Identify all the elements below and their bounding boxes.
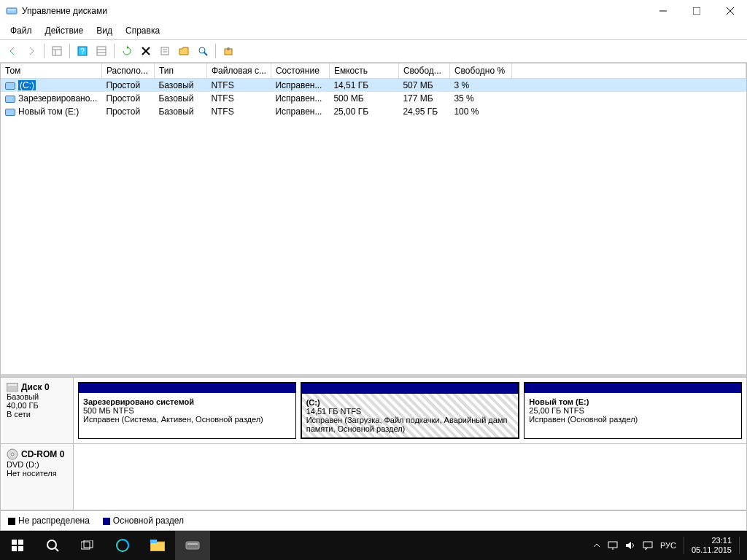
svg-rect-11 bbox=[97, 47, 106, 55]
svg-text:?: ? bbox=[80, 47, 85, 55]
menu-view[interactable]: Вид bbox=[90, 23, 118, 38]
tray-action-center-icon[interactable] bbox=[643, 541, 653, 550]
disk-label: CD-ROM 0DVD (D:)Нет носителя bbox=[1, 444, 74, 510]
col-free-pct[interactable]: Свободно % bbox=[449, 63, 511, 79]
open-button[interactable] bbox=[176, 43, 192, 59]
legend: Не распределена Основной раздел bbox=[1, 510, 746, 530]
partition-container: Зарезервировано системой500 МБ NTFSИспра… bbox=[74, 378, 746, 443]
table-row[interactable]: Новый том (E:)ПростойБазовыйNTFSИсправен… bbox=[1, 105, 746, 118]
tray-language[interactable]: РУС bbox=[660, 541, 676, 550]
col-volume[interactable]: Том bbox=[1, 63, 101, 79]
content-area: Том Располо... Тип Файловая с... Состоян… bbox=[0, 63, 747, 531]
col-free[interactable]: Свобод... bbox=[398, 63, 449, 79]
partition[interactable]: Зарезервировано системой500 МБ NTFSИспра… bbox=[78, 382, 296, 439]
window-title: Управление дисками bbox=[22, 6, 107, 16]
show-hide-tree-button[interactable] bbox=[49, 43, 65, 59]
col-status[interactable]: Состояние bbox=[271, 63, 329, 79]
svg-rect-1 bbox=[8, 9, 15, 10]
refresh-button[interactable] bbox=[119, 43, 135, 59]
window-controls bbox=[646, 0, 747, 22]
tray-chevron-icon[interactable] bbox=[593, 542, 600, 549]
svg-point-31 bbox=[47, 540, 56, 549]
maximize-button[interactable] bbox=[680, 0, 713, 22]
find-button[interactable] bbox=[195, 43, 211, 59]
taskbar-disk-mgmt[interactable] bbox=[175, 531, 210, 560]
partition[interactable]: Новый том (E:)25,00 ГБ NTFSИсправен (Осн… bbox=[524, 382, 742, 439]
svg-rect-23 bbox=[7, 383, 18, 392]
svg-rect-40 bbox=[608, 542, 617, 548]
svg-rect-3 bbox=[693, 7, 700, 15]
volume-table: Том Располо... Тип Файловая с... Состоян… bbox=[1, 63, 746, 118]
volume-icon bbox=[5, 82, 15, 90]
legend-unallocated: Не распределена bbox=[8, 516, 90, 526]
svg-point-19 bbox=[199, 47, 205, 53]
tray-volume-icon[interactable] bbox=[625, 541, 635, 550]
svg-rect-30 bbox=[18, 546, 23, 551]
disk-row: CD-ROM 0DVD (D:)Нет носителя bbox=[1, 444, 746, 510]
col-layout[interactable]: Располо... bbox=[101, 63, 154, 79]
svg-rect-28 bbox=[18, 540, 23, 545]
start-button[interactable] bbox=[0, 531, 35, 560]
toolbar: ? bbox=[0, 40, 747, 63]
legend-primary: Основной раздел bbox=[103, 516, 184, 526]
disk-map: Диск 0Базовый40,00 ГБВ сетиЗарезервирова… bbox=[1, 377, 746, 510]
app-icon bbox=[6, 5, 18, 17]
svg-rect-38 bbox=[186, 542, 199, 549]
volume-icon bbox=[5, 109, 15, 116]
menu-bar: Файл Действие Вид Справка bbox=[0, 22, 747, 40]
settings-button[interactable] bbox=[220, 43, 236, 59]
col-capacity[interactable]: Емкость bbox=[329, 63, 398, 79]
properties-button[interactable] bbox=[157, 43, 173, 59]
svg-rect-27 bbox=[12, 540, 17, 545]
minimize-button[interactable] bbox=[646, 0, 680, 22]
svg-rect-42 bbox=[643, 542, 652, 548]
svg-rect-39 bbox=[187, 543, 198, 545]
close-button[interactable] bbox=[713, 0, 747, 22]
svg-point-22 bbox=[227, 47, 230, 50]
col-type[interactable]: Тип bbox=[154, 63, 206, 79]
svg-rect-16 bbox=[161, 47, 169, 55]
disk-icon bbox=[7, 383, 18, 392]
view-list-button[interactable] bbox=[93, 43, 109, 59]
partition[interactable]: (C:)14,51 ГБ NTFSИсправен (Загрузка, Фай… bbox=[301, 382, 520, 439]
delete-button[interactable] bbox=[138, 43, 154, 59]
col-fs[interactable]: Файловая с... bbox=[206, 63, 271, 79]
table-row[interactable]: (C:)ПростойБазовыйNTFSИсправен...14,51 Г… bbox=[1, 79, 746, 93]
svg-rect-6 bbox=[53, 47, 61, 55]
svg-line-20 bbox=[204, 52, 207, 55]
search-button[interactable] bbox=[35, 531, 70, 560]
forward-button[interactable] bbox=[23, 43, 39, 59]
svg-rect-37 bbox=[150, 540, 157, 543]
back-button[interactable] bbox=[4, 43, 20, 59]
task-view-button[interactable] bbox=[70, 531, 105, 560]
svg-rect-24 bbox=[8, 384, 17, 386]
menu-action[interactable]: Действие bbox=[39, 23, 90, 38]
disk-row: Диск 0Базовый40,00 ГБВ сетиЗарезервирова… bbox=[1, 378, 746, 444]
svg-line-32 bbox=[55, 548, 58, 551]
disk-label: Диск 0Базовый40,00 ГБВ сети bbox=[1, 378, 74, 443]
col-spacer bbox=[511, 63, 746, 79]
menu-help[interactable]: Справка bbox=[120, 23, 166, 38]
tray-clock[interactable]: 23:11 05.11.2015 bbox=[692, 536, 732, 555]
taskbar-edge[interactable] bbox=[105, 531, 140, 560]
taskbar-explorer[interactable] bbox=[140, 531, 175, 560]
volume-icon bbox=[5, 96, 15, 103]
table-row[interactable]: Зарезервировано...ПростойБазовыйNTFSИспр… bbox=[1, 92, 746, 105]
svg-point-26 bbox=[11, 453, 14, 456]
title-bar: Управление дисками bbox=[0, 0, 747, 22]
volume-list[interactable]: Том Располо... Тип Файловая с... Состоян… bbox=[1, 63, 746, 377]
cdrom-icon bbox=[7, 448, 18, 460]
partition-container bbox=[74, 444, 746, 510]
taskbar: РУС 23:11 05.11.2015 bbox=[0, 531, 747, 560]
svg-rect-29 bbox=[12, 546, 17, 551]
svg-rect-0 bbox=[7, 8, 17, 14]
tray-network-icon[interactable] bbox=[608, 541, 618, 550]
menu-file[interactable]: Файл bbox=[4, 23, 38, 38]
help-button[interactable]: ? bbox=[74, 43, 90, 59]
